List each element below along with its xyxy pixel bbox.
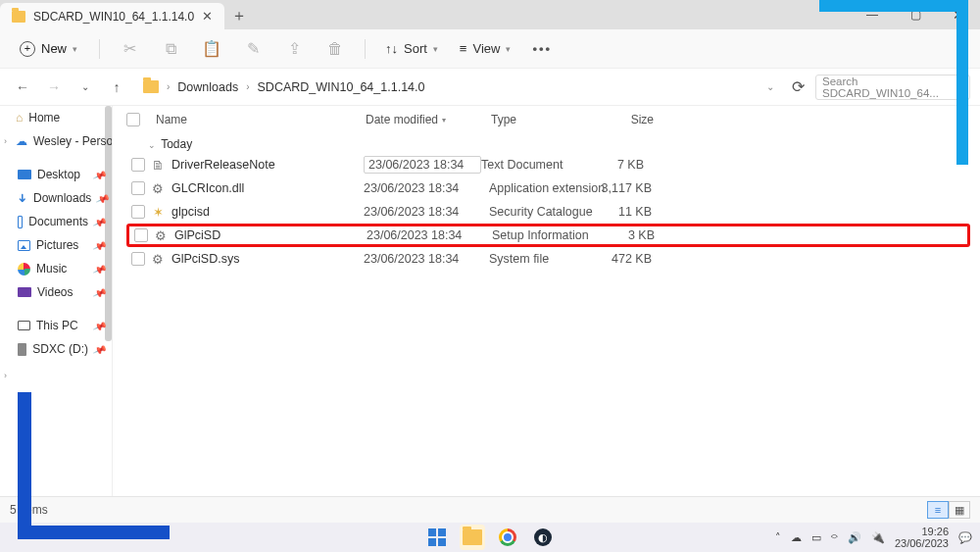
file-type: Setup Information xyxy=(492,228,594,242)
sidebar-item-videos[interactable]: Videos 📌 xyxy=(0,280,112,304)
sidebar-item-more[interactable]: › xyxy=(0,371,112,380)
more-button[interactable]: ••• xyxy=(526,37,558,60)
battery-icon[interactable]: ▭ xyxy=(811,531,821,544)
details-view-button[interactable]: ≡ xyxy=(927,501,949,519)
breadcrumb-item[interactable]: SDCARD_WIN10_64_1.1.14.0 xyxy=(258,80,425,94)
sidebar-item-thispc[interactable]: This PC 📌 xyxy=(0,314,112,337)
file-row[interactable]: ⚙ GlPciSD.sys 23/06/2023 18:34 System fi… xyxy=(126,247,970,271)
file-size: 3 KB xyxy=(594,228,655,242)
power-icon[interactable]: 🔌 xyxy=(871,531,885,544)
breadcrumb[interactable]: › Downloads › SDCARD_WIN10_64_1.1.14.0 xyxy=(135,76,755,98)
tab-close-icon[interactable]: ✕ xyxy=(202,9,213,24)
notifications-icon[interactable]: 💬 xyxy=(958,531,972,544)
pin-icon: 📌 xyxy=(92,319,107,332)
search-placeholder: Search SDCARD_WIN10_64... xyxy=(822,75,963,99)
view-button[interactable]: ≡ View ▾ xyxy=(454,37,517,60)
window-tab[interactable]: SDCARD_WIN10_64_1.1.14.0 ✕ xyxy=(0,3,224,29)
file-row[interactable]: 🗎 DriverReleaseNote 23/06/2023 18:34 Tex… xyxy=(126,153,970,176)
forward-button[interactable]: → xyxy=(41,75,67,100)
file-name: GlPciSD.sys xyxy=(172,252,364,266)
sidebar-label: Music xyxy=(36,262,67,276)
sidebar-item-desktop[interactable]: Desktop 📌 xyxy=(0,163,112,186)
start-button[interactable] xyxy=(424,525,450,550)
pictures-icon xyxy=(18,240,30,251)
column-type[interactable]: Type xyxy=(491,113,593,126)
taskbar-steam[interactable]: ◐ xyxy=(530,525,556,550)
row-checkbox[interactable] xyxy=(131,205,145,219)
file-size: 3,117 KB xyxy=(591,181,652,195)
new-button[interactable]: + New ▾ xyxy=(12,37,85,61)
toolbar: + New ▾ ✂ ⧉ 📋 ✎ ⇪ 🗑 ↑↓ Sort ▾ ≡ View ▾ •… xyxy=(0,29,980,69)
copy-button[interactable]: ⧉ xyxy=(155,35,186,63)
row-checkbox[interactable] xyxy=(134,228,148,242)
row-checkbox[interactable] xyxy=(131,252,145,266)
taskbar-file-explorer[interactable] xyxy=(460,525,485,550)
group-today[interactable]: ⌄ Today xyxy=(126,133,970,153)
icons-view-button[interactable]: ▦ xyxy=(949,501,970,519)
taskbar-chrome[interactable] xyxy=(495,525,520,550)
file-row-highlighted[interactable]: ⚙ GlPciSD 23/06/2023 18:34 Setup Informa… xyxy=(126,224,970,247)
sidebar-item-home[interactable]: ⌂ Home xyxy=(0,106,112,129)
tray-chevron-icon[interactable]: ˄ xyxy=(775,531,781,544)
window-controls: — ▢ ✕ xyxy=(851,0,980,29)
sort-button[interactable]: ↑↓ Sort ▾ xyxy=(379,37,444,60)
rename-button[interactable]: ✎ xyxy=(237,35,269,63)
column-name[interactable]: Name xyxy=(150,113,366,126)
file-row[interactable]: ⚙ GLCRIcon.dll 23/06/2023 18:34 Applicat… xyxy=(126,176,970,200)
file-date: 23/06/2023 18:34 xyxy=(364,181,489,195)
wifi-icon[interactable]: ⌔ xyxy=(831,531,838,543)
sidebar-label: Downloads xyxy=(33,191,91,205)
sidebar-item-documents[interactable]: Documents 📌 xyxy=(0,210,112,233)
row-checkbox[interactable] xyxy=(131,181,145,195)
select-all-checkbox[interactable] xyxy=(126,113,150,126)
column-size[interactable]: Size xyxy=(593,113,654,126)
new-tab-button[interactable]: ＋ xyxy=(224,3,254,29)
recent-button[interactable]: ⌄ xyxy=(73,75,98,100)
chevron-down-icon[interactable]: ⌄ xyxy=(760,81,780,92)
onedrive-tray-icon[interactable]: ☁ xyxy=(791,531,802,544)
pin-icon: 📌 xyxy=(92,215,107,228)
maximize-button[interactable]: ▢ xyxy=(894,0,937,29)
pin-icon: 📌 xyxy=(92,168,107,181)
cut-button[interactable]: ✂ xyxy=(114,35,145,63)
clock[interactable]: 19:26 23/06/2023 xyxy=(895,526,949,549)
delete-button[interactable]: 🗑 xyxy=(319,35,351,63)
sidebar-item-music[interactable]: Music 📌 xyxy=(0,257,112,280)
columns-header: Name Date modified▾ Type Size xyxy=(126,106,970,133)
minimize-button[interactable]: — xyxy=(851,0,894,29)
tray-time: 19:26 xyxy=(895,526,949,537)
row-checkbox[interactable] xyxy=(131,158,145,172)
chevron-right-icon: › xyxy=(4,371,7,380)
paste-button[interactable]: 📋 xyxy=(196,35,227,63)
back-button[interactable]: ← xyxy=(10,75,35,100)
chevron-right-icon[interactable]: › xyxy=(4,136,7,146)
item-count: 5 items xyxy=(10,503,48,517)
refresh-button[interactable]: ⟳ xyxy=(786,75,809,99)
sidebar-item-onedrive[interactable]: › ☁ Wesley - Personal xyxy=(0,129,112,153)
up-button[interactable]: ↑ xyxy=(104,75,129,100)
sidebar-item-pictures[interactable]: Pictures 📌 xyxy=(0,233,112,257)
folder-icon xyxy=(143,80,159,93)
sidebar-label: Videos xyxy=(37,285,73,299)
file-name: DriverReleaseNote xyxy=(172,158,364,172)
window-close-button[interactable]: ✕ xyxy=(937,0,980,29)
file-date: 23/06/2023 18:34 xyxy=(364,252,489,266)
volume-icon[interactable]: 🔊 xyxy=(848,531,861,544)
sidebar-label: This PC xyxy=(36,319,78,332)
file-date: 23/06/2023 18:34 xyxy=(367,228,492,242)
status-bar: 5 items ≡ ▦ xyxy=(0,496,980,523)
search-input[interactable]: Search SDCARD_WIN10_64... xyxy=(815,75,970,100)
file-date: 23/06/2023 18:34 xyxy=(364,205,489,219)
share-button[interactable]: ⇪ xyxy=(278,35,310,63)
sort-icon: ↑↓ xyxy=(385,41,398,56)
file-list: Name Date modified▾ Type Size ⌄ Today 🗎 … xyxy=(113,106,980,496)
column-label: Type xyxy=(491,113,516,126)
sidebar-item-sdxc[interactable]: SDXC (D:) 📌 xyxy=(0,337,112,361)
tray-date: 23/06/2023 xyxy=(895,537,949,549)
file-row[interactable]: ✶ glpcisd 23/06/2023 18:34 Security Cata… xyxy=(126,200,970,224)
sidebar-item-downloads[interactable]: ➜ Downloads 📌 xyxy=(0,186,112,210)
column-date[interactable]: Date modified▾ xyxy=(366,113,491,126)
sidebar-label: Documents xyxy=(28,215,88,228)
plus-icon: + xyxy=(20,41,35,57)
breadcrumb-item[interactable]: Downloads xyxy=(177,80,238,94)
